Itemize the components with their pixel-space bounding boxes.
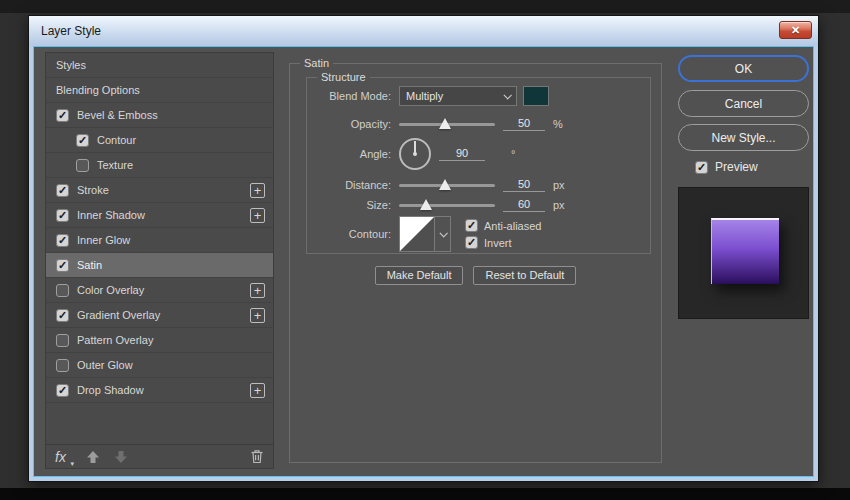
screen-bottom-strip xyxy=(0,488,850,500)
ok-button[interactable]: OK xyxy=(678,55,809,82)
close-button[interactable]: ✕ xyxy=(779,21,812,39)
sidebar-item-label: Styles xyxy=(56,59,86,71)
sidebar-item-bevel-emboss[interactable]: Bevel & Emboss xyxy=(46,103,273,128)
size-label: Size: xyxy=(311,199,391,211)
reset-to-default-button[interactable]: Reset to Default xyxy=(473,266,576,285)
anti-aliased-option[interactable]: Anti-aliased xyxy=(465,219,541,232)
contour-thumbnail[interactable] xyxy=(400,217,434,251)
add-effect-instance-icon[interactable]: + xyxy=(250,283,265,298)
sidebar-item-label: Inner Glow xyxy=(77,234,130,246)
sidebar-item-outer-glow[interactable]: Outer Glow xyxy=(46,353,273,378)
structure-group: Structure Blend Mode: Multiply Opacity: xyxy=(306,77,651,254)
sidebar-item-drop-shadow[interactable]: Drop Shadow+ xyxy=(46,378,273,403)
sidebar-item-label: Stroke xyxy=(77,184,109,196)
panel-title: Satin xyxy=(300,57,333,70)
layer-style-dialog: Layer Style ✕ StylesBlending OptionsBeve… xyxy=(28,15,819,482)
sidebar-item-label: Bevel & Emboss xyxy=(77,109,158,121)
add-effect-instance-icon[interactable]: + xyxy=(250,183,265,198)
move-effect-down-button[interactable] xyxy=(114,450,128,464)
blend-mode-row: Blend Mode: Multiply xyxy=(311,86,646,106)
effect-enabled-checkbox[interactable] xyxy=(56,309,69,322)
sidebar-list: StylesBlending OptionsBevel & EmbossCont… xyxy=(46,53,273,403)
sidebar-item-inner-glow[interactable]: Inner Glow xyxy=(46,228,273,253)
effects-sidebar: StylesBlending OptionsBevel & EmbossCont… xyxy=(45,52,274,469)
move-effect-up-button[interactable] xyxy=(86,450,100,464)
sidebar-item-label: Color Overlay xyxy=(77,284,144,296)
effect-enabled-checkbox[interactable] xyxy=(56,384,69,397)
opacity-slider-thumb[interactable] xyxy=(439,118,451,129)
opacity-input[interactable]: 50 xyxy=(503,117,545,131)
distance-slider-thumb[interactable] xyxy=(439,179,451,190)
sidebar-footer: fx▾ xyxy=(46,444,273,468)
size-slider-thumb[interactable] xyxy=(420,199,432,210)
effect-enabled-checkbox[interactable] xyxy=(76,134,89,147)
effect-enabled-checkbox[interactable] xyxy=(56,234,69,247)
opacity-slider[interactable] xyxy=(399,116,495,132)
delete-effect-button[interactable] xyxy=(250,449,264,464)
distance-unit: px xyxy=(553,179,565,191)
blend-mode-select[interactable]: Multiply xyxy=(399,86,517,106)
new-style-button[interactable]: New Style... xyxy=(678,124,809,151)
close-icon: ✕ xyxy=(791,25,800,36)
sidebar-item-label: Texture xyxy=(97,159,133,171)
add-effect-instance-icon[interactable]: + xyxy=(250,383,265,398)
effect-enabled-checkbox[interactable] xyxy=(56,184,69,197)
make-default-button[interactable]: Make Default xyxy=(375,266,464,285)
opacity-unit: % xyxy=(553,118,563,130)
add-effect-instance-icon[interactable]: + xyxy=(250,208,265,223)
effect-enabled-checkbox[interactable] xyxy=(56,259,69,272)
sidebar-item-label: Outer Glow xyxy=(77,359,133,371)
sidebar-item-pattern-overlay[interactable]: Pattern Overlay xyxy=(46,328,273,353)
sidebar-item-texture[interactable]: Texture xyxy=(46,153,273,178)
fx-menu-button[interactable]: fx▾ xyxy=(55,449,72,465)
preview-checkbox[interactable] xyxy=(695,161,708,174)
preview-option[interactable]: Preview xyxy=(695,160,758,174)
sidebar-item-color-overlay[interactable]: Color Overlay+ xyxy=(46,278,273,303)
sidebar-item-stroke[interactable]: Stroke+ xyxy=(46,178,273,203)
satin-color-swatch[interactable] xyxy=(523,86,549,106)
invert-checkbox[interactable] xyxy=(465,236,478,249)
chevron-down-icon xyxy=(439,229,447,237)
effect-enabled-checkbox[interactable] xyxy=(56,359,69,372)
effect-enabled-checkbox[interactable] xyxy=(76,159,89,172)
preview-thumbnail xyxy=(678,187,809,319)
sidebar-item-contour[interactable]: Contour xyxy=(46,128,273,153)
angle-input[interactable]: 90 xyxy=(439,147,485,161)
effect-enabled-checkbox[interactable] xyxy=(56,284,69,297)
angle-dial[interactable] xyxy=(399,138,431,170)
sidebar-item-blending-options[interactable]: Blending Options xyxy=(46,78,273,103)
sidebar-item-inner-shadow[interactable]: Inner Shadow+ xyxy=(46,203,273,228)
sidebar-item-label: Contour xyxy=(97,134,136,146)
defaults-row: Make Default Reset to Default xyxy=(290,266,661,285)
effect-enabled-checkbox[interactable] xyxy=(56,334,69,347)
distance-input[interactable]: 50 xyxy=(503,178,545,192)
contour-picker[interactable] xyxy=(399,216,451,252)
sidebar-item-label: Satin xyxy=(77,259,102,271)
opacity-label: Opacity: xyxy=(311,118,391,130)
anti-aliased-label: Anti-aliased xyxy=(484,220,541,232)
effect-enabled-checkbox[interactable] xyxy=(56,109,69,122)
screen-top-strip xyxy=(0,0,850,13)
invert-label: Invert xyxy=(484,237,512,249)
effect-enabled-checkbox[interactable] xyxy=(56,209,69,222)
anti-aliased-checkbox[interactable] xyxy=(465,219,478,232)
distance-slider[interactable] xyxy=(399,177,495,193)
invert-option[interactable]: Invert xyxy=(465,236,541,249)
sidebar-item-styles[interactable]: Styles xyxy=(46,53,273,78)
size-slider[interactable] xyxy=(399,197,495,213)
size-unit: px xyxy=(553,199,565,211)
blend-mode-label: Blend Mode: xyxy=(311,90,391,102)
titlebar[interactable]: Layer Style ✕ xyxy=(29,16,818,46)
distance-label: Distance: xyxy=(311,179,391,191)
size-input[interactable]: 60 xyxy=(503,198,545,212)
action-column: OK Cancel New Style... Preview xyxy=(678,47,809,476)
sidebar-item-label: Pattern Overlay xyxy=(77,334,153,346)
cancel-button[interactable]: Cancel xyxy=(678,90,809,117)
sidebar-item-gradient-overlay[interactable]: Gradient Overlay+ xyxy=(46,303,273,328)
chevron-down-icon xyxy=(503,91,511,99)
fx-caret-icon: ▾ xyxy=(70,460,74,468)
dialog-content: StylesBlending OptionsBevel & EmbossCont… xyxy=(33,46,814,477)
contour-dropdown-button[interactable] xyxy=(434,217,450,251)
add-effect-instance-icon[interactable]: + xyxy=(250,308,265,323)
sidebar-item-satin[interactable]: Satin xyxy=(46,253,273,278)
